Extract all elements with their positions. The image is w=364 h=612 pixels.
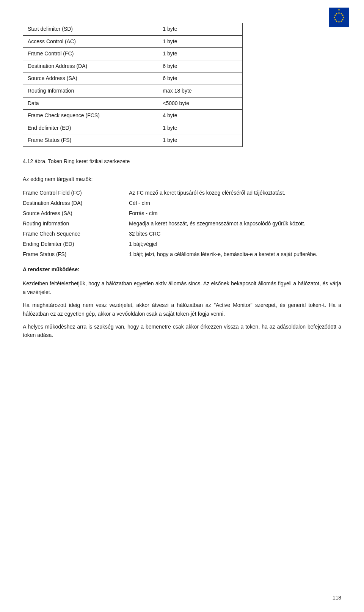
table-cell-label: Frame Check sequence (FCS) [23,110,158,122]
description-table: Frame Control Field (FC) Az FC mező a ke… [23,188,341,260]
desc-term: Destination Address (DA) [23,198,129,208]
table-row: Routing Information max 18 byte [23,85,243,97]
figure-caption: 4.12 ábra. Token Ring keret fizikai szer… [23,158,341,164]
table-row: Frame Status (FS) 1 byte [23,134,243,147]
desc-term: Routing Information [23,219,129,229]
desc-definition: Forrás - cím [129,208,341,219]
body-paragraph: A helyes működéshez arra is szükség van,… [23,323,341,340]
body-paragraph: Kezdetben feltételezhetjük, hogy a hálóz… [23,279,341,296]
page-number: 118 [333,595,341,601]
table-row: Frame Control (FC) 1 byte [23,48,243,60]
page-container: Start delimiter (SD) 1 byte Access Contr… [0,0,364,612]
table-row: Data <5000 byte [23,97,243,110]
desc-term: Frame Status (FS) [23,249,129,260]
table-row: Destination Address (DA) 6 byte [23,60,243,72]
desc-term: Source Address (SA) [23,208,129,219]
table-cell-value: 1 byte [158,35,243,48]
table-cell-value: 1 byte [158,134,243,147]
table-cell-value: 6 byte [158,60,243,72]
table-cell-label: Frame Control (FC) [23,48,158,60]
table-cell-label: Frame Status (FS) [23,134,158,147]
desc-term: Frame Control Field (FC) [23,188,129,198]
table-row: Access Control (AC) 1 byte [23,35,243,48]
desc-row: Routing Information Megadja a keret hoss… [23,219,341,229]
section-heading: A rendszer működése: [23,266,341,272]
desc-row: Ending Delimiter (ED) 1 bájt;végjel [23,239,341,249]
table-cell-label: Access Control (AC) [23,35,158,48]
table-cell-value: 6 byte [158,72,243,85]
desc-definition: 32 bites CRC [129,229,341,239]
frame-structure-table: Start delimiter (SD) 1 byte Access Contr… [23,23,243,147]
desc-term: Frame Chech Sequence [23,229,129,239]
table-cell-value: 4 byte [158,110,243,122]
table-row: End delimiter (ED) 1 byte [23,122,243,134]
table-cell-value: <5000 byte [158,97,243,110]
table-cell-value: max 18 byte [158,85,243,97]
desc-row: Frame Status (FS) 1 bájt; jelzi, hogy a … [23,249,341,260]
desc-definition: Az FC mező a keret típusáról és közeg el… [129,188,341,198]
table-cell-value: 1 byte [158,48,243,60]
table-row: Source Address (SA) 6 byte [23,72,243,85]
table-cell-label: Source Address (SA) [23,72,158,85]
table-cell-value: 1 byte [158,23,243,36]
table-cell-value: 1 byte [158,122,243,134]
desc-definition: 1 bájt; jelzi, hogy a célállomás létezik… [129,249,341,260]
desc-term: Ending Delimiter (ED) [23,239,129,249]
table-cell-label: Data [23,97,158,110]
desc-row: Frame Control Field (FC) Az FC mező a ke… [23,188,341,198]
body-text-container: Kezdetben feltételezhetjük, hogy a hálóz… [23,279,341,339]
eu-logo [329,8,349,27]
table-cell-label: End delimiter (ED) [23,122,158,134]
desc-row: Frame Chech Sequence 32 bites CRC [23,229,341,239]
description-intro: Az eddig nem tárgyalt mezők: [23,175,341,183]
desc-definition: 1 bájt;végjel [129,239,341,249]
desc-definition: Cél - cím [129,198,341,208]
desc-definition: Megadja a keret hosszát, és szegmensszám… [129,219,341,229]
table-cell-label: Routing Information [23,85,158,97]
table-cell-label: Destination Address (DA) [23,60,158,72]
desc-row: Source Address (SA) Forrás - cím [23,208,341,219]
table-cell-label: Start delimiter (SD) [23,23,158,36]
body-paragraph: Ha meghatározott ideig nem vesz vezérjel… [23,301,341,318]
table-row: Frame Check sequence (FCS) 4 byte [23,110,243,122]
table-row: Start delimiter (SD) 1 byte [23,23,243,36]
svg-rect-0 [329,8,349,27]
desc-row: Destination Address (DA) Cél - cím [23,198,341,208]
